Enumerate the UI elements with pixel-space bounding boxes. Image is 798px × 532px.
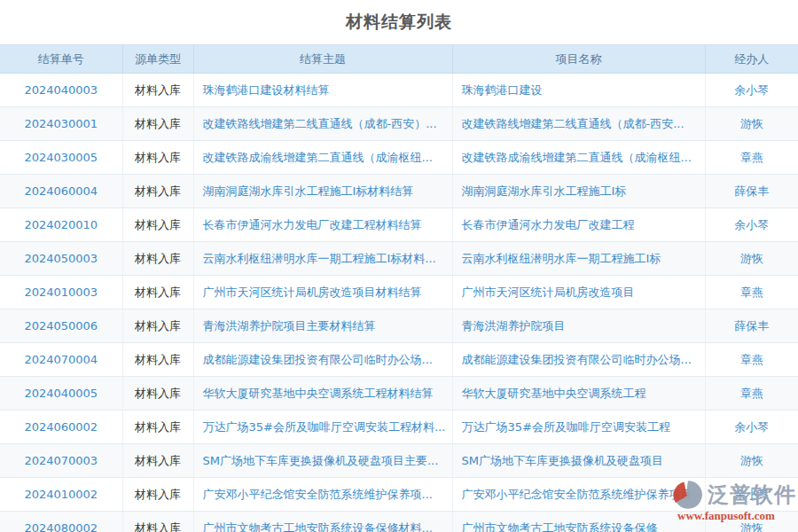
material-settlement-table: 结算单号 源单类型 结算主题 项目名称 经办人 2024040003 材料入库 … bbox=[0, 44, 798, 532]
settlement-subject-link[interactable]: 云南水利枢纽潜明水库一期工程施工I标材料... bbox=[203, 252, 436, 265]
table-row: 2024040005 材料入库 华软大厦研究基地中央空调系统工程材料结算 华软大… bbox=[0, 377, 798, 411]
project-name-link[interactable]: 青海洪湖养护院项目 bbox=[462, 319, 566, 332]
handler-text: 余小琴 bbox=[734, 420, 769, 434]
handler-text: 章燕 bbox=[740, 387, 763, 400]
settlement-subject-link[interactable]: 广州市文物考古工地安防系统设备保修材料... bbox=[203, 521, 433, 532]
source-type-text: 材料入库 bbox=[135, 286, 181, 299]
handler-text: 章燕 bbox=[740, 353, 763, 366]
table-row: 2024070004 材料入库 成都能源建设集团投资有限公司临时办公场... 成… bbox=[0, 343, 798, 377]
handler-text: 游恢 bbox=[740, 252, 763, 265]
project-name-link[interactable]: 改建铁路线增建第二线直通线（成都-西安... bbox=[462, 117, 685, 130]
column-header-source-type: 源单类型 bbox=[122, 45, 193, 74]
project-name-link[interactable]: 云南水利枢纽潜明水库一期工程施工I标 bbox=[462, 252, 661, 265]
handler-text: 余小琴 bbox=[734, 488, 769, 501]
project-name-link[interactable]: 改建铁路成渝线增建第二直通线（成渝枢纽... bbox=[462, 151, 692, 164]
settlement-no-link[interactable]: 2024010002 bbox=[24, 488, 98, 501]
table-row: 2024040003 材料入库 珠海鹤港口建设材料结算 珠海鹤港口建设 余小琴 bbox=[0, 74, 798, 107]
table-row: 2024050006 材料入库 青海洪湖养护院项目主要材料结算 青海洪湖养护院项… bbox=[0, 309, 798, 343]
settlement-no-link[interactable]: 2024040005 bbox=[24, 387, 98, 400]
column-header-handler: 经办人 bbox=[705, 45, 798, 74]
column-header-subject: 结算主题 bbox=[193, 45, 452, 74]
project-name-link[interactable]: SM广场地下车库更换摄像机及硬盘项目 bbox=[462, 454, 663, 467]
table-row: 2024030005 材料入库 改建铁路成渝线增建第二直通线（成渝枢纽... 改… bbox=[0, 141, 798, 175]
source-type-text: 材料入库 bbox=[135, 117, 181, 130]
handler-text: 游恢 bbox=[740, 117, 763, 130]
column-header-settlement-no: 结算单号 bbox=[0, 45, 122, 74]
settlement-subject-link[interactable]: 改建铁路成渝线增建第二直通线（成渝枢纽... bbox=[203, 151, 433, 164]
settlement-subject-link[interactable]: 万达广场35#会所及咖啡厅空调安装工程材料... bbox=[203, 420, 446, 434]
table-row: 2024010003 材料入库 广州市天河区统计局机房改造项目材料结算 广州市天… bbox=[0, 276, 798, 309]
settlement-no-link[interactable]: 2024070004 bbox=[24, 353, 98, 366]
table-row: 2024010002 材料入库 广安邓小平纪念馆安全防范系统维护保养项... 广… bbox=[0, 478, 798, 512]
handler-text: 游恢 bbox=[740, 454, 763, 467]
handler-text: 章燕 bbox=[740, 151, 763, 164]
source-type-text: 材料入库 bbox=[135, 319, 181, 332]
page-title: 材料结算列表 bbox=[0, 0, 798, 44]
settlement-subject-link[interactable]: 广安邓小平纪念馆安全防范系统维护保养项... bbox=[203, 488, 433, 501]
settlement-subject-link[interactable]: SM广场地下车库更换摄像机及硬盘项目主要... bbox=[203, 454, 439, 467]
settlement-subject-link[interactable]: 改建铁路线增建第二线直通线（成都-西安）... bbox=[203, 117, 437, 130]
settlement-no-link[interactable]: 2024060004 bbox=[24, 184, 98, 198]
project-name-link[interactable]: 广州市文物考古工地安防系统设备保修 bbox=[462, 521, 658, 532]
handler-text: 薛保丰 bbox=[734, 319, 769, 332]
settlement-no-link[interactable]: 2024050006 bbox=[24, 319, 98, 332]
settlement-no-link[interactable]: 2024060002 bbox=[24, 420, 98, 434]
table-row: 2024030001 材料入库 改建铁路线增建第二线直通线（成都-西安）... … bbox=[0, 107, 798, 141]
source-type-text: 材料入库 bbox=[135, 353, 181, 366]
settlement-no-link[interactable]: 2024070003 bbox=[24, 454, 98, 467]
handler-text: 余小琴 bbox=[734, 83, 769, 97]
settlement-subject-link[interactable]: 成都能源建设集团投资有限公司临时办公场... bbox=[203, 353, 433, 366]
settlement-no-link[interactable]: 2024030005 bbox=[24, 151, 98, 164]
source-type-text: 材料入库 bbox=[135, 151, 181, 164]
project-name-link[interactable]: 广州市天河区统计局机房改造项目 bbox=[462, 286, 635, 299]
settlement-subject-link[interactable]: 青海洪湖养护院项目主要材料结算 bbox=[203, 319, 376, 332]
table-header-row: 结算单号 源单类型 结算主题 项目名称 经办人 bbox=[0, 45, 798, 74]
table-row: 2024050003 材料入库 云南水利枢纽潜明水库一期工程施工I标材料... … bbox=[0, 242, 798, 276]
settlement-subject-link[interactable]: 珠海鹤港口建设材料结算 bbox=[203, 83, 330, 97]
table-row: 2024070003 材料入库 SM广场地下车库更换摄像机及硬盘项目主要... … bbox=[0, 444, 798, 478]
project-name-link[interactable]: 广安邓小平纪念馆安全防范系统维护保养项目 bbox=[462, 488, 692, 501]
source-type-text: 材料入库 bbox=[135, 454, 181, 467]
table-row: 2024060002 材料入库 万达广场35#会所及咖啡厅空调安装工程材料...… bbox=[0, 411, 798, 444]
project-name-link[interactable]: 成都能源建设集团投资有限公司临时办公场... bbox=[462, 353, 692, 366]
settlement-no-link[interactable]: 2024050003 bbox=[24, 252, 98, 265]
source-type-text: 材料入库 bbox=[135, 83, 181, 97]
handler-text: 薛保丰 bbox=[734, 184, 769, 198]
settlement-no-link[interactable]: 2024020010 bbox=[24, 218, 98, 231]
settlement-no-link[interactable]: 2024030001 bbox=[24, 117, 98, 130]
source-type-text: 材料入库 bbox=[135, 488, 181, 501]
source-type-text: 材料入库 bbox=[135, 218, 181, 231]
project-name-link[interactable]: 珠海鹤港口建设 bbox=[462, 83, 543, 97]
project-name-link[interactable]: 长春市伊通河水力发电厂改建工程 bbox=[462, 218, 635, 231]
source-type-text: 材料入库 bbox=[135, 387, 181, 400]
handler-text: 游恢 bbox=[740, 521, 763, 532]
project-name-link[interactable]: 万达广场35#会所及咖啡厅空调安装工程 bbox=[462, 420, 670, 434]
project-name-link[interactable]: 华软大厦研究基地中央空调系统工程 bbox=[462, 387, 646, 400]
source-type-text: 材料入库 bbox=[135, 420, 181, 434]
settlement-subject-link[interactable]: 广州市天河区统计局机房改造项目材料结算 bbox=[203, 286, 422, 299]
settlement-subject-link[interactable]: 华软大厦研究基地中央空调系统工程材料结算 bbox=[203, 387, 434, 400]
settlement-subject-link[interactable]: 长春市伊通河水力发电厂改建工程材料结算 bbox=[203, 218, 422, 231]
source-type-text: 材料入库 bbox=[135, 184, 181, 198]
handler-text: 章燕 bbox=[740, 286, 763, 299]
source-type-text: 材料入库 bbox=[135, 252, 181, 265]
source-type-text: 材料入库 bbox=[135, 521, 181, 532]
handler-text: 余小琴 bbox=[734, 218, 769, 231]
settlement-no-link[interactable]: 2024040003 bbox=[24, 83, 98, 97]
column-header-project: 项目名称 bbox=[452, 45, 705, 74]
settlement-subject-link[interactable]: 湖南洞庭湖水库引水工程施工I标材料结算 bbox=[203, 184, 414, 198]
table-row: 2024020010 材料入库 长春市伊通河水力发电厂改建工程材料结算 长春市伊… bbox=[0, 208, 798, 242]
project-name-link[interactable]: 湖南洞庭湖水库引水工程施工I标 bbox=[462, 184, 627, 198]
table-row: 2024060004 材料入库 湖南洞庭湖水库引水工程施工I标材料结算 湖南洞庭… bbox=[0, 175, 798, 208]
table-row: 2024080002 材料入库 广州市文物考古工地安防系统设备保修材料... 广… bbox=[0, 512, 798, 532]
settlement-no-link[interactable]: 2024010003 bbox=[24, 286, 98, 299]
settlement-no-link[interactable]: 2024080002 bbox=[24, 521, 98, 532]
